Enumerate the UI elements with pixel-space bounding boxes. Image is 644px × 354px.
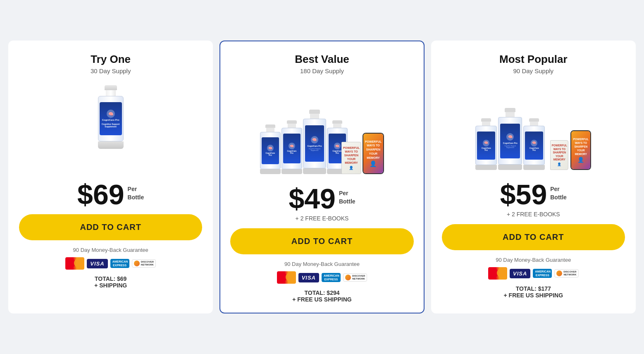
free-ebooks-most-popular: + 2 FREE E-BOOKS: [507, 211, 560, 218]
product-image-try-one: 🧠 CogniCare Pro Cognitive Support Supple…: [53, 81, 169, 172]
product-image-best-value: 🧠 CogniCarePro 🧠 CogniCarePro: [256, 81, 388, 176]
guarantee-best-value: 90 Day Money-Back Guarantee: [284, 261, 360, 267]
card-try-one: Try One 30 Day Supply 🧠 CogniCare Pro Co…: [8, 41, 213, 313]
price-row-most-popular: $59 Per Bottle: [500, 180, 567, 208]
price-most-popular: $59: [500, 180, 547, 208]
price-label-try-one: Per Bottle: [128, 185, 144, 201]
visa-icon: VISA: [87, 259, 107, 268]
total-try-one: TOTAL: $69: [95, 275, 126, 282]
card-title-most-popular: Most Popular: [499, 53, 568, 66]
amex-icon: AMERICANEXPRESS: [110, 259, 129, 268]
price-label-most-popular: Per Bottle: [550, 185, 567, 201]
card-best-value: Best Value 180 Day Supply 🧠 CogniCarePro: [219, 41, 424, 313]
pricing-cards-container: Try One 30 Day Supply 🧠 CogniCare Pro Co…: [8, 41, 636, 313]
payment-icons-try-one: VISA AMERICANEXPRESS DISCOVERNETWORK: [65, 257, 156, 270]
card-subtitle-try-one: 30 Day Supply: [91, 67, 131, 74]
card-title-try-one: Try One: [91, 53, 131, 66]
mastercard-icon: [488, 267, 507, 280]
price-try-one: $69: [77, 180, 124, 208]
price-label-best-value: Per Bottle: [339, 189, 355, 206]
discover-icon: DISCOVERNETWORK: [554, 269, 578, 277]
card-subtitle-most-popular: 90 Day Supply: [513, 67, 554, 74]
product-image-most-popular: 🧠 CogniCarePro 🧠 CogniCare Pro: [471, 81, 595, 172]
shipping-best-value: + FREE US SHIPPING: [292, 296, 352, 303]
add-to-cart-most-popular[interactable]: ADD TO CART: [442, 224, 625, 250]
add-to-cart-try-one[interactable]: ADD TO CART: [19, 214, 202, 240]
free-ebooks-best-value: + 2 FREE E-BOOKS: [296, 215, 349, 222]
discover-icon: DISCOVERNETWORK: [343, 273, 367, 282]
payment-icons-best-value: VISA AMERICANEXPRESS DISCOVERNETWORK: [277, 271, 367, 284]
price-best-value: $49: [289, 184, 335, 213]
card-title-best-value: Best Value: [295, 53, 349, 66]
guarantee-try-one: 90 Day Money-Back Guarantee: [73, 247, 148, 253]
shipping-try-one: + SHIPPING: [94, 282, 127, 289]
amex-icon: AMERICANEXPRESS: [533, 269, 552, 278]
add-to-cart-best-value[interactable]: ADD TO CART: [230, 228, 413, 254]
amex-icon: AMERICANEXPRESS: [322, 273, 341, 282]
shipping-most-popular: + FREE US SHIPPING: [504, 292, 563, 299]
total-best-value: TOTAL: $294: [304, 289, 339, 296]
visa-icon: VISA: [510, 269, 530, 278]
price-row-best-value: $49 Per Bottle: [289, 184, 355, 213]
total-most-popular: TOTAL: $177: [516, 285, 551, 292]
guarantee-most-popular: 90 Day Money-Back Guarantee: [496, 257, 571, 263]
visa-icon: VISA: [298, 273, 319, 282]
card-subtitle-best-value: 180 Day Supply: [300, 67, 344, 74]
card-most-popular: Most Popular 90 Day Supply 🧠 CogniCarePr…: [431, 41, 636, 313]
discover-icon: DISCOVERNETWORK: [132, 259, 156, 268]
mastercard-icon: [65, 257, 84, 270]
mastercard-icon: [277, 271, 296, 284]
payment-icons-most-popular: VISA AMERICANEXPRESS DISCOVERNETWORK: [488, 267, 579, 280]
price-row-try-one: $69 Per Bottle: [77, 180, 144, 208]
